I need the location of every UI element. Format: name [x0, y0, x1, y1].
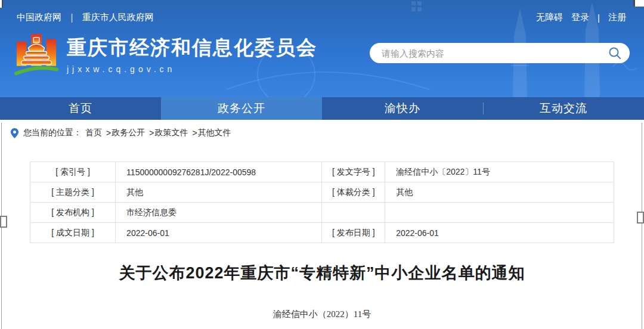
article-title: 关于公布2022年重庆市“专精特新”中小企业名单的通知 [0, 262, 644, 284]
breadcrumb-home[interactable]: 首页 [85, 128, 102, 138]
nav-tab-yukuaiban[interactable]: 渝快办 [322, 97, 483, 120]
meta-label-genre-class: [ 体裁分类 ] [322, 182, 385, 203]
selection-handle-left [0, 216, 7, 228]
meta-label-issuing-org: [ 发布机构 ] [30, 203, 116, 223]
government-links: 中国政府网 ｜ 重庆市人民政府网 [17, 12, 154, 23]
breadcrumb: 您当前的位置： 首页 > 政务公开 > 政策文件 > 其他文件 [0, 120, 644, 146]
breadcrumb-separator: > [149, 128, 154, 138]
register-link[interactable]: 注册 [608, 12, 626, 23]
topbar-divider: ｜ [67, 12, 76, 23]
table-row: [ 成文日期 ] 2022-06-01 [ 发布日期 ] 2022-06-01 [30, 223, 614, 243]
breadcrumb-policy-files[interactable]: 政策文件 [154, 128, 188, 138]
accessibility-link[interactable]: 无障碍 [536, 12, 563, 23]
breadcrumb-separator: > [192, 128, 197, 138]
meta-label-written-date: [ 成文日期 ] [30, 223, 116, 243]
meta-value-publish-date: 2022-06-01 [385, 223, 614, 243]
nav-tab-home[interactable]: 首页 [0, 97, 161, 120]
user-links: 无障碍 登录 | 注册 [536, 12, 626, 23]
site-brand[interactable]: 重庆市经济和信息化委员会 jjxxw.cq.gov.cn [67, 36, 317, 74]
auditorium-emblem-icon[interactable] [14, 32, 58, 83]
page: 中国政府网 ｜ 重庆市人民政府网 无障碍 登录 | 注册 [0, 0, 644, 329]
table-row: [ 主题分类 ] 其他 [ 体裁分类 ] 其他 [30, 182, 614, 203]
search-icon[interactable] [608, 46, 621, 60]
link-chongqing-gov[interactable]: 重庆市人民政府网 [82, 12, 154, 23]
table-row: [ 发布机构 ] 市经济信息委 [30, 203, 614, 223]
meta-label-empty [322, 203, 385, 223]
meta-value-written-date: 2022-06-01 [116, 223, 322, 243]
site-header: 中国政府网 ｜ 重庆市人民政府网 无障碍 登录 | 注册 [0, 0, 644, 97]
meta-label-topic-class: [ 主题分类 ] [30, 182, 116, 203]
nav-tab-interaction[interactable]: 互动交流 [483, 97, 644, 120]
document-meta-table: [ 索引号 ] 11500000009276281J/2022-00598 [ … [30, 162, 614, 243]
page-edge-line-right [642, 123, 642, 329]
link-china-gov[interactable]: 中国政府网 [17, 12, 61, 23]
site-title: 重庆市经济和信息化委员会 [67, 36, 317, 60]
breadcrumb-prefix: 您当前的位置： [23, 128, 82, 138]
meta-value-issuing-org: 市经济信息委 [116, 203, 322, 223]
auth-divider: | [597, 13, 600, 23]
corner-tick [0, 0, 3, 8]
meta-value-topic-class: 其他 [116, 182, 322, 203]
meta-value-empty [385, 203, 614, 223]
document-number: 渝经信中小（2022）11号 [0, 309, 644, 320]
corner-notch [633, 0, 644, 7]
meta-value-doc-symbol: 渝经信中小〔2022〕11号 [385, 162, 614, 182]
nav-tab-gov-affairs[interactable]: 政务公开 [161, 97, 322, 120]
meta-label-index-no: [ 索引号 ] [30, 162, 116, 182]
meta-value-genre-class: 其他 [385, 182, 614, 203]
login-link[interactable]: 登录 [571, 12, 589, 23]
table-row: [ 索引号 ] 11500000009276281J/2022-00598 [ … [30, 162, 614, 182]
site-domain: jjxxw.cq.gov.cn [67, 64, 317, 74]
breadcrumb-other-files[interactable]: 其他文件 [198, 128, 231, 138]
meta-label-publish-date: [ 发布日期 ] [322, 223, 385, 243]
location-pin-icon [11, 128, 18, 138]
main-nav: 首页 政务公开 渝快办 互动交流 [0, 97, 644, 120]
search-bar [370, 43, 630, 63]
breadcrumb-gov-affairs[interactable]: 政务公开 [112, 128, 145, 138]
breadcrumb-separator: > [106, 128, 111, 138]
meta-value-index-no: 11500000009276281J/2022-00598 [116, 162, 322, 182]
selection-handle-right [637, 212, 644, 224]
meta-label-doc-symbol: [ 发文字号 ] [322, 162, 385, 182]
search-input[interactable] [380, 48, 608, 59]
